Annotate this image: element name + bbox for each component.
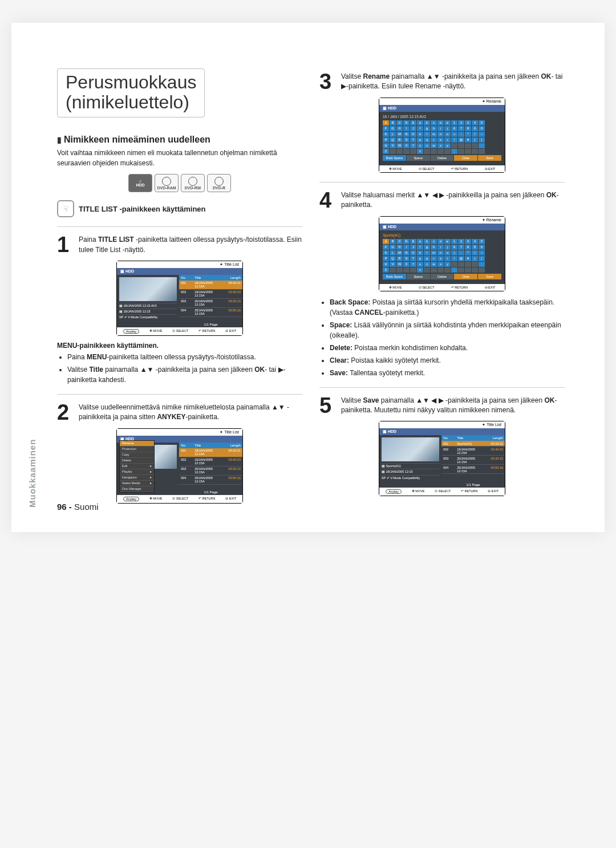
step-2-num: 2 bbox=[57, 403, 74, 423]
badge-dvdr: DVD-R bbox=[207, 174, 231, 192]
screenshot-title-list-renamed: Title List HDD Sports(A1) 18/JAN/2005 12… bbox=[379, 421, 505, 496]
step-3-text: Valitse Rename painamalla ▲▼ -painikkeit… bbox=[341, 72, 565, 92]
badge-dvdram: DVD-RAM bbox=[155, 174, 179, 192]
screenshot-anykey-menu: Title List HDD RenameProtectionCopyDelet… bbox=[116, 428, 243, 504]
step-1-num: 1 bbox=[57, 235, 74, 255]
ss5-rows: 001Sports(A1)00:10:2100219/JAN/2005 12:1… bbox=[441, 441, 505, 482]
badge-dvdrw: DVD-RW bbox=[181, 174, 205, 192]
step-4-num: 4 bbox=[319, 190, 337, 210]
step-2-text: Valitse uudelleennimettävä nimike nimike… bbox=[79, 403, 302, 423]
media-badges: ⌂HDD DVD-RAM DVD-RW DVD-R bbox=[57, 174, 302, 192]
title-line1: Perusmuokkaus bbox=[66, 72, 196, 92]
ss1-rows: 00118/JAN/2005 12:15A00:10:2100219/JAN/2… bbox=[179, 281, 242, 322]
step-4-text: Valitse haluamasi merkit ▲▼ ◀ ▶ -painikk… bbox=[341, 190, 565, 210]
screenshot-rename-kb-2: Rename HDD Sports(A1) ABCDEFGHIJKLMNOPQR… bbox=[379, 216, 505, 291]
bullets-1: Paina MENU-painiketta laitteen ollessa p… bbox=[57, 352, 302, 385]
step-5-text: Valitse Save painamalla ▲▼ ◀ ▶ -painikke… bbox=[341, 396, 565, 416]
menu-subhead: MENU-painikkeen käyttäminen. bbox=[57, 342, 302, 350]
hand-icon: ☟ bbox=[57, 200, 74, 217]
section-heading: Nimikkeen nimeäminen uudelleen bbox=[57, 135, 302, 145]
step-5-num: 5 bbox=[319, 396, 337, 416]
subhead: TITLE LIST -painikkeen käyttäminen bbox=[79, 205, 206, 213]
side-label: Muokkaaminen bbox=[27, 439, 37, 508]
step-1-text: Paina TITLE LIST -painiketta laitteen ol… bbox=[79, 235, 302, 255]
page-title-box: Perusmuokkaus (nimikeluettelo) bbox=[57, 68, 205, 117]
screenshot-title-list: Title List HDD 18/JAN/2005 12:15 AV2 18/… bbox=[116, 261, 243, 336]
intro-text: Voit vaihtaa nimikkeen nimen eli muokata… bbox=[57, 148, 302, 168]
bullets-4: Back Space: Poistaa ja siirtää kursorin … bbox=[319, 297, 565, 378]
ss2-rows: 00118/JAN/2005 12:15A00:10:2100219/JAN/2… bbox=[179, 448, 242, 489]
step-3-num: 3 bbox=[319, 72, 337, 92]
screenshot-rename-kb-1: Rename HDD 18 / JAN / 2005 12:15 AV2 ABC… bbox=[379, 98, 505, 173]
page-footer: 96 - Suomi bbox=[57, 502, 99, 512]
badge-hdd: ⌂HDD bbox=[128, 174, 152, 192]
title-line2: (nimikeluettelo) bbox=[66, 92, 189, 112]
